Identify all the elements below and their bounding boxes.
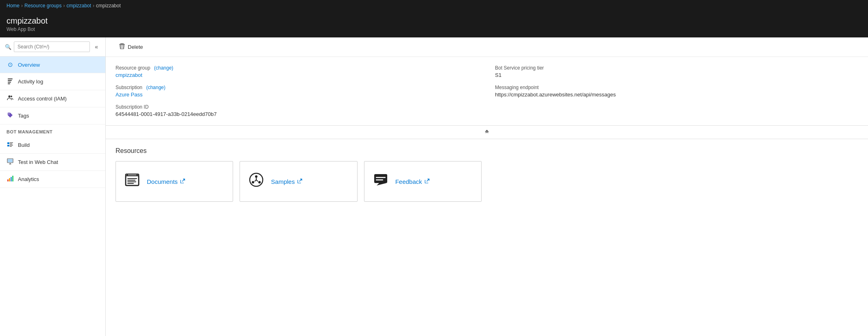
subscription-id-label: Subscription ID [116, 104, 479, 110]
sidebar-nav: ⊙ Overview Activity log Access control (… [0, 57, 105, 336]
svg-point-6 [9, 113, 9, 114]
resource-group-item: Resource group (change) cmpizzabot [116, 65, 479, 78]
sidebar-item-access-control-label: Access control (IAM) [18, 96, 67, 102]
svg-rect-31 [376, 179, 383, 181]
subscription-id-value: 64544481-0001-4917-a33b-0214eedd70b7 [116, 111, 217, 117]
breadcrumb-current: cmpizzabot [96, 3, 121, 9]
resource-group-change-link[interactable]: (change) [154, 65, 173, 71]
breadcrumb-bar: Home › Resource groups › cmpizzabot › cm… [0, 0, 868, 11]
collapse-section-button[interactable] [484, 128, 490, 136]
sidebar-item-analytics-label: Analytics [18, 176, 39, 182]
svg-rect-10 [10, 144, 12, 144]
sidebar-item-analytics[interactable]: Analytics [0, 171, 105, 188]
main-layout: 🔍 « ⊙ Overview Activity log A [0, 37, 868, 336]
sidebar-item-overview-label: Overview [18, 62, 40, 68]
messaging-endpoint-item: Messaging endpoint https://cmpizzabot.az… [495, 85, 858, 98]
breadcrumb-resource-groups[interactable]: Resource groups [24, 3, 61, 9]
search-input[interactable] [14, 41, 90, 52]
page-subtitle: Web App Bot [7, 26, 861, 32]
sidebar-item-activity-log[interactable]: Activity log [0, 73, 105, 90]
collapse-section-container [106, 126, 868, 139]
sidebar-item-access-control[interactable]: Access control (IAM) [0, 90, 105, 107]
build-icon [7, 141, 14, 149]
feedback-card[interactable]: Feedback [364, 161, 482, 202]
svg-rect-16 [9, 178, 10, 181]
svg-rect-29 [374, 174, 387, 183]
svg-rect-11 [10, 145, 13, 146]
breadcrumb-cmpizzabot-group[interactable]: cmpizzabot [66, 3, 91, 9]
svg-point-26 [255, 175, 257, 178]
sidebar-item-overview[interactable]: ⊙ Overview [0, 57, 105, 73]
svg-rect-14 [8, 159, 13, 162]
svg-rect-21 [127, 178, 137, 179]
page-title: cmpizzabot [7, 16, 861, 26]
svg-rect-9 [10, 142, 13, 143]
svg-rect-24 [127, 183, 134, 184]
sidebar: 🔍 « ⊙ Overview Activity log A [0, 37, 106, 336]
svg-rect-0 [8, 79, 13, 79]
activity-log-icon [7, 78, 14, 85]
breadcrumb-sep-3: › [93, 3, 94, 9]
svg-rect-15 [7, 179, 9, 181]
svg-rect-12 [10, 146, 12, 147]
samples-card-text: Samples [271, 178, 302, 185]
svg-rect-30 [376, 177, 386, 178]
subscription-item: Subscription (change) Azure Pass [116, 85, 479, 98]
pricing-tier-label: Bot Service pricing tier [495, 65, 858, 71]
sidebar-collapse-button[interactable]: « [92, 42, 100, 52]
svg-point-27 [258, 181, 261, 183]
svg-rect-17 [11, 177, 12, 181]
delete-button[interactable]: Delete [114, 41, 148, 53]
sidebar-item-test-web-chat[interactable]: Test in Web Chat [0, 154, 105, 171]
documents-card-text: Documents [147, 178, 185, 185]
messaging-endpoint-value: https://cmpizzabot.azurewebsites.net/api… [495, 92, 616, 98]
samples-card-label: Samples [271, 178, 294, 185]
subscription-id-item: Subscription ID 64544481-0001-4917-a33b-… [116, 104, 479, 117]
resource-group-value[interactable]: cmpizzabot [116, 72, 142, 78]
documents-card-label: Documents [147, 178, 178, 185]
info-grid: Resource group (change) cmpizzabot Bot S… [116, 65, 858, 117]
subscription-change-link[interactable]: (change) [146, 85, 165, 90]
overview-icon: ⊙ [7, 61, 14, 68]
breadcrumb-sep-1: › [21, 3, 23, 9]
sidebar-search-container: 🔍 « [0, 37, 105, 57]
sidebar-item-test-web-chat-label: Test in Web Chat [18, 159, 58, 165]
access-control-icon [7, 95, 14, 103]
analytics-icon [7, 175, 14, 183]
svg-point-28 [252, 181, 254, 183]
tags-icon [7, 112, 14, 120]
search-icon: 🔍 [5, 44, 11, 50]
test-web-chat-icon [7, 158, 14, 166]
svg-rect-1 [8, 80, 12, 81]
svg-rect-22 [127, 180, 135, 181]
svg-rect-3 [8, 83, 10, 84]
breadcrumb-sep-2: › [63, 3, 65, 9]
subscription-value[interactable]: Azure Pass [116, 92, 142, 98]
delete-icon [119, 43, 125, 51]
content-area: Delete Resource group (change) cmpizzabo… [106, 37, 868, 336]
sidebar-item-activity-log-label: Activity log [18, 79, 43, 85]
svg-rect-2 [8, 82, 11, 83]
toolbar: Delete [106, 37, 868, 57]
sidebar-item-tags-label: Tags [18, 113, 29, 119]
sidebar-item-build[interactable]: Build [0, 137, 105, 154]
messaging-endpoint-label: Messaging endpoint [495, 85, 858, 90]
resources-title: Resources [116, 147, 858, 155]
documents-icon [124, 172, 140, 192]
title-bar: cmpizzabot Web App Bot [0, 11, 868, 37]
svg-rect-18 [12, 176, 13, 181]
sidebar-item-tags[interactable]: Tags [0, 107, 105, 124]
documents-card[interactable]: Documents [116, 161, 233, 202]
breadcrumb-home[interactable]: Home [7, 3, 20, 9]
svg-rect-8 [7, 145, 9, 146]
pricing-tier-item: Bot Service pricing tier S1 [495, 65, 858, 78]
feedback-card-label: Feedback [395, 178, 422, 185]
samples-card[interactable]: Samples [240, 161, 357, 202]
resources-section: Resources [106, 139, 868, 210]
feedback-card-text: Feedback [395, 178, 430, 185]
info-section: Resource group (change) cmpizzabot Bot S… [106, 57, 868, 126]
sidebar-item-build-label: Build [18, 142, 30, 148]
svg-rect-23 [127, 181, 136, 182]
pricing-tier-value: S1 [495, 72, 502, 78]
resources-grid: Documents [116, 161, 482, 202]
